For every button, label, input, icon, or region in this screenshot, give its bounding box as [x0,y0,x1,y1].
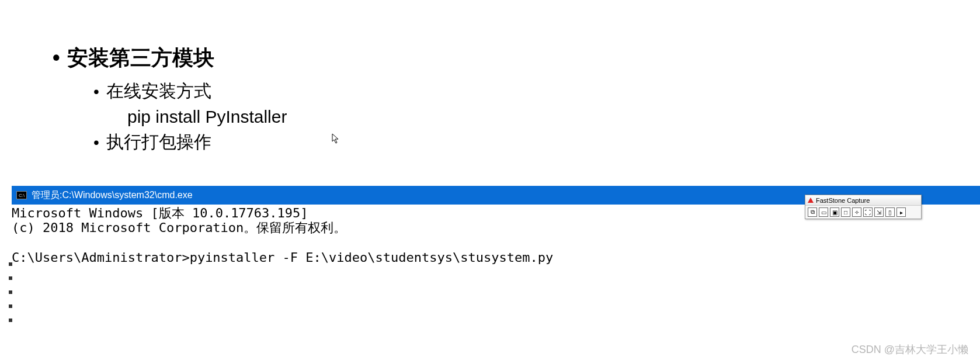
document-content: • 安装第三方模块 • 在线安装方式 pip install PyInstall… [0,0,980,154]
heading-text: 安装第三方模块 [67,44,214,72]
capture-more-icon[interactable]: ▸ [896,207,906,217]
cmd-icon: C:\ [16,191,27,199]
faststone-title-text: FastStone Capture [816,197,870,204]
capture-fixed-icon[interactable]: ▯ [885,207,895,217]
cmd-body[interactable]: Microsoft Windows [版本 10.0.17763.195] (c… [12,205,980,333]
cmd-prompt-line: C:\Users\Administrator>pyinstaller -F E:… [12,250,553,265]
capture-rect2-icon[interactable]: □ [841,207,850,217]
cmd-title-prefix: 管理员: [32,189,62,202]
artifact-dots [9,257,12,327]
watermark: CSDN @吉林大学王小懒 [852,342,968,356]
faststone-titlebar[interactable]: FastStone Capture [805,195,921,206]
sub-bullet-1: • 在线安装方式 [93,79,980,103]
capture-fullscreen-icon[interactable]: ⛶ [863,207,873,217]
sub1-text: 在线安装方式 [106,79,211,103]
faststone-logo-icon [808,198,814,203]
bullet-dot-icon: • [93,132,99,153]
cmd-title-path: C:\Windows\system32\cmd.exe [62,190,192,200]
heading-bullet: • 安装第三方模块 [53,44,980,72]
faststone-icon-row: ⧉ ▭ ▣ □ ✧ ⛶ ⇲ ▯ ▸ [805,206,921,219]
cmd-line-2: (c) 2018 Microsoft Corporation。保留所有权利。 [12,220,346,235]
bullet-dot-icon: • [53,47,60,68]
capture-rect-icon[interactable]: ▣ [830,207,839,217]
faststone-toolbar[interactable]: FastStone Capture ⧉ ▭ ▣ □ ✧ ⛶ ⇲ ▯ ▸ [805,195,922,219]
sub2-text: 执行打包操作 [106,130,211,154]
capture-active-window-icon[interactable]: ⧉ [808,207,817,217]
capture-freehand-icon[interactable]: ✧ [852,207,861,217]
bullet-dot-icon: • [93,81,99,102]
capture-scroll-icon[interactable]: ⇲ [874,207,884,217]
code-line: pip install PyInstaller [93,107,980,127]
sub-bullet-2: • 执行打包操作 [93,130,980,154]
cmd-line-1: Microsoft Windows [版本 10.0.17763.195] [12,206,308,220]
capture-window-icon[interactable]: ▭ [819,207,828,217]
sub-list: • 在线安装方式 pip install PyInstaller • 执行打包操… [53,79,980,154]
